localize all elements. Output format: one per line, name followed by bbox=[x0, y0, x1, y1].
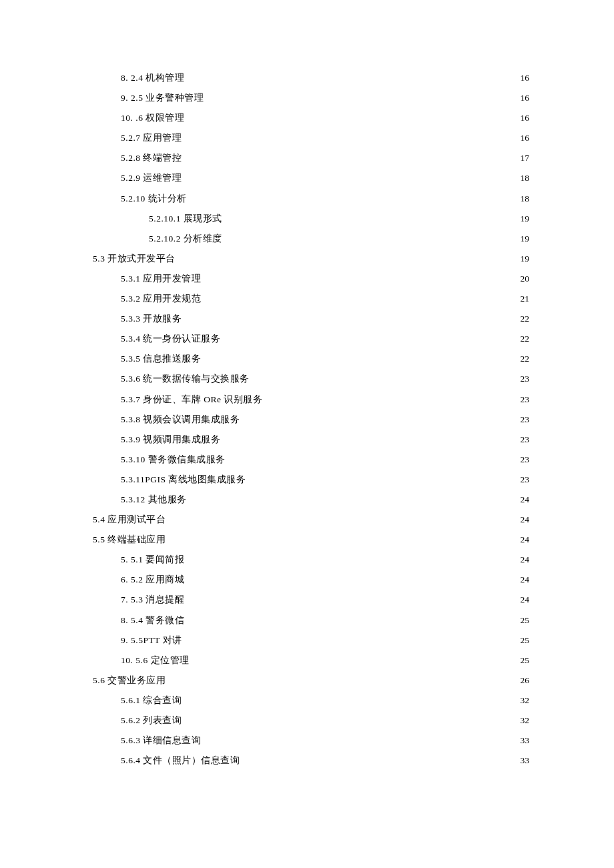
toc-entry-label: 5.3.5 信息推送服务 bbox=[121, 349, 201, 369]
toc-dot-leader bbox=[202, 735, 519, 744]
toc-dot-leader bbox=[186, 554, 519, 563]
toc-entry[interactable]: 5.3.3 开放服务22 bbox=[93, 309, 529, 329]
toc-entry-label: 5.3.10 警务微信集成服务 bbox=[121, 450, 226, 470]
toc-entry[interactable]: 5.3.5 信息推送服务22 bbox=[93, 349, 529, 369]
toc-dot-leader bbox=[188, 493, 519, 502]
toc-entry[interactable]: 10. .6 权限管理16 bbox=[93, 108, 529, 128]
toc-entry[interactable]: 5.6.3 详细信息查询33 bbox=[93, 731, 529, 751]
toc-entry-page: 23 bbox=[521, 390, 530, 410]
toc-entry-page: 33 bbox=[521, 751, 530, 771]
toc-dot-leader bbox=[186, 112, 519, 121]
toc-entry-label: 5.3.3 开放服务 bbox=[121, 309, 182, 329]
toc-entry[interactable]: 5.3.7 身份证、车牌 ORe 识别服务23 bbox=[93, 390, 529, 410]
toc-entry[interactable]: 5.2.7 应用管理16 bbox=[93, 128, 529, 148]
toc-entry-label: 8. 2.4 机构管理 bbox=[121, 68, 184, 88]
toc-entry[interactable]: 5.6 交警业务应用26 bbox=[93, 671, 529, 691]
toc-entry-label: 10. 5.6 定位管理 bbox=[121, 650, 190, 671]
toc-dot-leader bbox=[224, 232, 519, 242]
toc-entry-label: 5. 5.1 要闻简报 bbox=[121, 550, 184, 570]
toc-entry-label: 5.3.12 其他服务 bbox=[121, 490, 187, 510]
toc-entry[interactable]: 5.3.2 应用开发规范21 bbox=[93, 289, 529, 309]
toc-entry[interactable]: 5.3.12 其他服务24 bbox=[93, 490, 529, 510]
toc-dot-leader bbox=[202, 293, 519, 302]
toc-entry-label: 5.3.11PGIS 离线地图集成服务 bbox=[121, 470, 246, 490]
toc-entry[interactable]: 5.2.10.1 展现形式19 bbox=[93, 209, 529, 229]
toc-dot-leader bbox=[167, 534, 519, 543]
toc-entry[interactable]: 5.2.10 统计分析18 bbox=[93, 189, 529, 209]
toc-entry[interactable]: 6. 5.2 应用商城24 bbox=[93, 570, 529, 590]
toc-entry[interactable]: 5.5 终端基础应用24 bbox=[93, 530, 529, 550]
toc-entry-page: 32 bbox=[521, 691, 530, 711]
toc-entry[interactable]: 5. 5.1 要闻简报24 bbox=[93, 550, 529, 570]
toc-dot-leader bbox=[186, 614, 519, 623]
toc-entry[interactable]: 9. 2.5 业务警种管理16 bbox=[93, 88, 529, 108]
toc-dot-leader bbox=[205, 92, 519, 101]
toc-entry-page: 26 bbox=[521, 671, 530, 691]
toc-entry-label: 5.6 交警业务应用 bbox=[93, 671, 166, 691]
toc-entry-page: 18 bbox=[521, 168, 530, 188]
toc-dot-leader bbox=[186, 72, 519, 81]
toc-entry-page: 23 bbox=[521, 470, 530, 490]
toc-entry[interactable]: 5.3.6 统一数据传输与交换服务23 bbox=[93, 369, 529, 389]
toc-entry[interactable]: 5.4 应用测试平台24 bbox=[93, 510, 529, 530]
toc-entry[interactable]: 5.3.11PGIS 离线地图集成服务23 bbox=[93, 470, 529, 490]
toc-dot-leader bbox=[202, 272, 519, 282]
toc-entry[interactable]: 8. 5.4 警务微信25 bbox=[93, 610, 529, 630]
toc-dot-leader bbox=[183, 172, 519, 181]
toc-entry-label: 8. 5.4 警务微信 bbox=[121, 610, 184, 630]
toc-entry[interactable]: 5.3.8 视频会议调用集成服务23 bbox=[93, 410, 529, 430]
toc-entry[interactable]: 5.3.9 视频调用集成服务23 bbox=[93, 430, 529, 450]
toc-entry-page: 16 bbox=[521, 108, 530, 128]
toc-entry-label: 5.3.1 应用开发管理 bbox=[121, 269, 201, 289]
toc-entry[interactable]: 7. 5.3 消息提醒24 bbox=[93, 590, 529, 610]
toc-entry-label: 5.6.2 列表查询 bbox=[121, 711, 182, 731]
toc-entry-label: 6. 5.2 应用商城 bbox=[121, 570, 184, 590]
toc-entry[interactable]: 10. 5.6 定位管理25 bbox=[93, 650, 529, 671]
toc-dot-leader bbox=[222, 433, 519, 442]
toc-dot-leader bbox=[241, 413, 519, 422]
toc-entry[interactable]: 8. 2.4 机构管理16 bbox=[93, 68, 529, 88]
toc-entry-page: 32 bbox=[521, 711, 530, 731]
toc-entry[interactable]: 5.6.1 综合查询32 bbox=[93, 691, 529, 711]
toc-entry-page: 22 bbox=[521, 309, 530, 329]
toc-entry-page: 23 bbox=[521, 410, 530, 430]
table-of-contents: 8. 2.4 机构管理169. 2.5 业务警种管理1610. .6 权限管理1… bbox=[93, 68, 529, 771]
toc-entry-label: 5.2.8 终端管控 bbox=[121, 148, 182, 168]
toc-entry-label: 5.6.3 详细信息查询 bbox=[121, 731, 201, 751]
toc-dot-leader bbox=[177, 252, 519, 262]
toc-entry-page: 24 bbox=[521, 490, 530, 510]
toc-dot-leader bbox=[167, 674, 519, 683]
document-page: 8. 2.4 机构管理169. 2.5 业务警种管理1610. .6 权限管理1… bbox=[0, 0, 614, 868]
toc-entry-page: 24 bbox=[521, 530, 530, 550]
toc-entry-page: 16 bbox=[521, 88, 530, 108]
toc-entry[interactable]: 5.2.9 运维管理18 bbox=[93, 168, 529, 188]
toc-entry-page: 21 bbox=[521, 289, 530, 309]
toc-entry-page: 23 bbox=[521, 369, 530, 389]
toc-entry[interactable]: 5.3.10 警务微信集成服务23 bbox=[93, 450, 529, 470]
toc-entry[interactable]: 9. 5.5PTT 对讲25 bbox=[93, 630, 529, 650]
toc-dot-leader bbox=[183, 715, 519, 724]
toc-entry-label: 5.2.10.1 展现形式 bbox=[149, 209, 222, 229]
toc-entry[interactable]: 5.6.4 文件（照片）信息查询33 bbox=[93, 751, 529, 771]
toc-entry-page: 19 bbox=[521, 249, 530, 269]
toc-entry[interactable]: 5.3 开放式开发平台19 bbox=[93, 249, 529, 269]
toc-entry[interactable]: 5.6.2 列表查询32 bbox=[93, 711, 529, 731]
toc-dot-leader bbox=[183, 694, 519, 703]
toc-entry[interactable]: 5.2.8 终端管控17 bbox=[93, 148, 529, 168]
toc-entry[interactable]: 5.3.4 统一身份认证服务22 bbox=[93, 329, 529, 349]
toc-entry-label: 5.2.10.2 分析维度 bbox=[149, 229, 222, 249]
toc-entry-label: 5.3.8 视频会议调用集成服务 bbox=[121, 410, 240, 430]
toc-dot-leader bbox=[183, 313, 519, 322]
toc-entry-page: 24 bbox=[521, 550, 530, 570]
toc-entry-page: 18 bbox=[521, 189, 530, 209]
toc-entry-label: 7. 5.3 消息提醒 bbox=[121, 590, 184, 610]
toc-entry-page: 24 bbox=[521, 510, 530, 530]
toc-entry[interactable]: 5.2.10.2 分析维度19 bbox=[93, 229, 529, 249]
toc-entry[interactable]: 5.3.1 应用开发管理20 bbox=[93, 269, 529, 289]
toc-entry-label: 5.2.9 运维管理 bbox=[121, 168, 182, 188]
toc-dot-leader bbox=[167, 514, 519, 523]
toc-entry-label: 5.6.1 综合查询 bbox=[121, 691, 182, 711]
toc-entry-label: 5.3.9 视频调用集成服务 bbox=[121, 430, 220, 450]
toc-entry-page: 16 bbox=[521, 128, 530, 148]
toc-entry-page: 23 bbox=[521, 430, 530, 450]
